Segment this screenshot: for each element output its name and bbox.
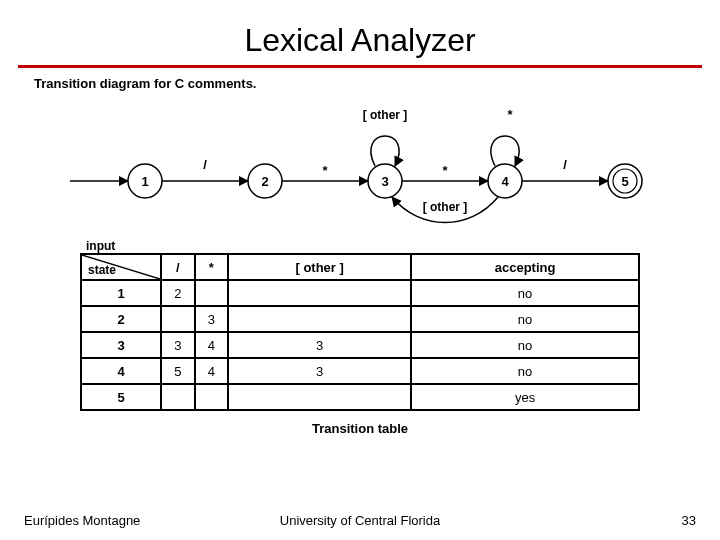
state-header-cell: state xyxy=(81,254,161,280)
header-other: [ other ] xyxy=(228,254,411,280)
value-cell xyxy=(195,384,229,410)
table-row: 12no xyxy=(81,280,639,306)
state-3-label: 3 xyxy=(381,174,388,189)
transition-table: state / * [ other ] accepting 12no23no33… xyxy=(80,253,640,411)
value-cell: no xyxy=(411,306,639,332)
value-cell xyxy=(161,306,195,332)
edge-4-3-label: [ other ] xyxy=(423,200,468,214)
edge-3-4-label: * xyxy=(442,163,448,178)
slide-subtitle: Transition diagram for C comments. xyxy=(34,76,720,91)
footer-university: University of Central Florida xyxy=(280,513,440,528)
state-cell: 2 xyxy=(81,306,161,332)
value-cell: 4 xyxy=(195,358,229,384)
value-cell: 3 xyxy=(228,358,411,384)
state-5-label: 5 xyxy=(621,174,628,189)
value-cell: 3 xyxy=(161,332,195,358)
slide-title: Lexical Analyzer xyxy=(0,0,720,65)
value-cell xyxy=(228,280,411,306)
state-cell: 3 xyxy=(81,332,161,358)
loop-4-label: * xyxy=(507,107,513,122)
table-row: 23no xyxy=(81,306,639,332)
edge-2-3-label: * xyxy=(322,163,328,178)
value-cell: no xyxy=(411,280,639,306)
value-cell: 3 xyxy=(228,332,411,358)
header-accepting: accepting xyxy=(411,254,639,280)
header-slash: / xyxy=(161,254,195,280)
table-row: 4543no xyxy=(81,358,639,384)
input-axis-label: input xyxy=(86,239,115,253)
state-1-label: 1 xyxy=(141,174,148,189)
value-cell: 5 xyxy=(161,358,195,384)
value-cell xyxy=(195,280,229,306)
state-cell: 1 xyxy=(81,280,161,306)
state-4-label: 4 xyxy=(501,174,509,189)
value-cell: yes xyxy=(411,384,639,410)
value-cell: no xyxy=(411,332,639,358)
value-cell: 4 xyxy=(195,332,229,358)
table-caption: Transition table xyxy=(80,421,640,436)
header-star: * xyxy=(195,254,229,280)
state-diagram-svg: 1 2 3 4 5 / * * / [ other ] * [ other ] xyxy=(20,91,700,241)
transition-diagram: 1 2 3 4 5 / * * / [ other ] * [ other ] xyxy=(20,91,700,241)
transition-table-wrap: input state / * [ other ] accepting 12no… xyxy=(80,253,640,436)
loop-3-label: [ other ] xyxy=(363,108,408,122)
title-underline xyxy=(18,65,702,68)
value-cell: 3 xyxy=(195,306,229,332)
value-cell xyxy=(228,306,411,332)
edge-4-5-label: / xyxy=(563,157,567,172)
value-cell: no xyxy=(411,358,639,384)
table-header-row: state / * [ other ] accepting xyxy=(81,254,639,280)
value-cell xyxy=(161,384,195,410)
value-cell: 2 xyxy=(161,280,195,306)
state-cell: 4 xyxy=(81,358,161,384)
table-row: 3343no xyxy=(81,332,639,358)
footer-page-number: 33 xyxy=(682,513,696,528)
footer-author: Eurípides Montagne xyxy=(24,513,140,528)
state-2-label: 2 xyxy=(261,174,268,189)
edge-1-2-label: / xyxy=(203,157,207,172)
value-cell xyxy=(228,384,411,410)
slide-footer: Eurípides Montagne University of Central… xyxy=(0,513,720,528)
state-cell: 5 xyxy=(81,384,161,410)
table-row: 5yes xyxy=(81,384,639,410)
